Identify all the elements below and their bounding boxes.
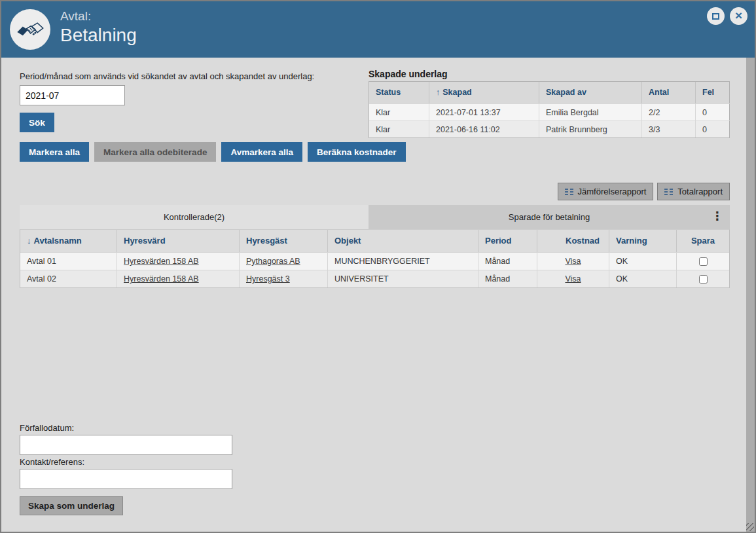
kontakt-referens-label: Kontakt/referens: xyxy=(20,457,84,467)
hyresgast-link[interactable]: Pythagoras AB xyxy=(246,257,300,266)
skapade-underlag-table: Status ↑Skapad Skapad av Antal Fel Klar … xyxy=(369,81,730,138)
jamforelserapport-button[interactable]: Jämförelserapport xyxy=(558,183,654,200)
table-row[interactable]: Avtal 01 Hyresvärden 158 AB Pythagoras A… xyxy=(20,252,729,270)
close-button[interactable]: × xyxy=(730,7,747,25)
column-header-antal[interactable]: Antal xyxy=(642,82,696,103)
skapad-value: 2021-07-01 13:37 xyxy=(429,103,539,120)
hyresvard-link[interactable]: Hyresvärden 158 AB xyxy=(124,274,199,284)
sort-desc-icon: ↓ xyxy=(27,236,31,246)
period-input[interactable] xyxy=(20,85,125,105)
column-header-spara[interactable]: Spara xyxy=(677,230,729,252)
skapa-som-underlag-button[interactable]: Skapa som underlag xyxy=(20,496,123,515)
tab-kontrollerade[interactable]: Kontrollerade(2) xyxy=(20,205,369,229)
period-label: Period/månad som används vid sökandet av… xyxy=(20,71,314,81)
status-value: Klar xyxy=(369,120,429,138)
varning-status: OK xyxy=(609,252,677,270)
sok-button[interactable]: Sök xyxy=(20,113,54,132)
skapad-av-value: Emilia Bergdal xyxy=(539,103,642,120)
resize-grip-icon[interactable] xyxy=(746,523,754,531)
column-header-hyresgast[interactable]: Hyresgäst xyxy=(240,230,328,252)
column-header-status[interactable]: Status xyxy=(369,82,429,103)
markera-alla-odebiterade-button[interactable]: Markera alla odebiterade xyxy=(94,142,216,162)
hyresgast-link[interactable]: Hyresgäst 3 xyxy=(246,274,290,284)
tab-sparade-for-betalning[interactable]: Sparade för betalning ⋮ xyxy=(369,205,730,229)
column-header-avtalsnamn-label: Avtalsnamn xyxy=(34,236,82,246)
title-large: Betalning xyxy=(60,25,137,46)
status-value: Klar xyxy=(369,103,429,120)
avtalsnamn-value: Avtal 02 xyxy=(20,270,117,287)
skapade-underlag-header-row: Status ↑Skapad Skapad av Antal Fel xyxy=(369,82,729,103)
report-grid-icon xyxy=(565,189,573,195)
column-header-objekt[interactable]: Objekt xyxy=(328,230,478,252)
page-title: Avtal: Betalning xyxy=(60,9,137,46)
avmarkera-alla-button[interactable]: Avmarkera alla xyxy=(221,142,302,162)
markera-alla-button[interactable]: Markera alla xyxy=(20,142,89,162)
antal-value: 2/2 xyxy=(642,103,696,120)
column-header-varning[interactable]: Varning xyxy=(609,230,677,252)
close-icon: × xyxy=(735,9,742,22)
skapad-av-value: Patrik Brunnberg xyxy=(539,120,642,138)
visa-kostnad-link[interactable]: Visa xyxy=(565,274,581,284)
app-header: Avtal: Betalning × xyxy=(1,1,755,58)
forfallodatum-input[interactable] xyxy=(20,435,232,455)
skapade-underlag-heading: Skapade underlag xyxy=(369,69,448,79)
spara-checkbox[interactable] xyxy=(699,275,708,284)
report-button-row: Jämförelserapport Totalrapport xyxy=(558,183,730,200)
handshake-icon xyxy=(10,9,50,50)
kontakt-referens-input[interactable] xyxy=(20,469,232,489)
maximize-button[interactable] xyxy=(707,7,725,25)
column-header-skapad-label: Skapad xyxy=(442,88,471,97)
window-right-strip xyxy=(746,58,755,532)
jamforelserapport-label: Jämförelserapport xyxy=(578,187,647,196)
spara-checkbox[interactable] xyxy=(699,257,708,266)
title-small: Avtal: xyxy=(60,9,137,24)
column-header-skapad-av[interactable]: Skapad av xyxy=(539,82,642,103)
totalrapport-button[interactable]: Totalrapport xyxy=(657,183,730,200)
tab-bar: Kontrollerade(2) Sparade för betalning ⋮ xyxy=(20,205,730,229)
avtalsnamn-value: Avtal 01 xyxy=(20,252,117,270)
window-controls: × xyxy=(707,7,747,25)
visa-kostnad-link[interactable]: Visa xyxy=(565,257,581,266)
column-header-hyresvard[interactable]: Hyresvärd xyxy=(117,230,240,252)
table-row[interactable]: Avtal 02 Hyresvärden 158 AB Hyresgäst 3 … xyxy=(20,270,729,287)
objekt-value: UNIVERSITET xyxy=(328,270,478,287)
hyresvard-link[interactable]: Hyresvärden 158 AB xyxy=(124,257,199,266)
column-header-fel[interactable]: Fel xyxy=(696,82,730,103)
sort-asc-icon: ↑ xyxy=(436,88,440,97)
totalrapport-label: Totalrapport xyxy=(677,187,723,196)
contracts-table: ↓Avtalsnamn Hyresvärd Hyresgäst Objekt P… xyxy=(20,229,730,288)
column-header-kostnad[interactable]: Kostnad xyxy=(537,230,609,252)
maximize-icon xyxy=(712,13,719,20)
period-value: Månad xyxy=(478,252,537,270)
kebab-menu-icon[interactable]: ⋮ xyxy=(711,208,723,225)
column-header-skapad[interactable]: ↑Skapad xyxy=(429,82,539,103)
column-header-avtalsnamn[interactable]: ↓Avtalsnamn xyxy=(20,230,117,252)
column-header-period[interactable]: Period xyxy=(478,230,537,252)
table-row[interactable]: Klar 2021-07-01 13:37 Emilia Bergdal 2/2… xyxy=(369,103,729,120)
period-value: Månad xyxy=(478,270,537,287)
berakna-kostnader-button[interactable]: Beräkna kostnader xyxy=(308,142,406,162)
forfallodatum-label: Förfallodatum: xyxy=(20,423,74,433)
fel-value: 0 xyxy=(696,120,730,138)
varning-status: OK xyxy=(609,270,677,287)
antal-value: 3/3 xyxy=(642,120,696,138)
fel-value: 0 xyxy=(696,103,730,120)
app-window: Avtal: Betalning × Period/månad som anvä… xyxy=(0,0,756,533)
action-button-row: Markera alla Markera alla odebiterade Av… xyxy=(20,142,406,162)
table-row[interactable]: Klar 2021-06-16 11:02 Patrik Brunnberg 3… xyxy=(369,120,729,138)
objekt-value: MUNCHENBRYGGERIET xyxy=(328,252,478,270)
tab-sparade-label: Sparade för betalning xyxy=(509,212,590,222)
report-grid-icon xyxy=(664,189,673,195)
skapad-value: 2021-06-16 11:02 xyxy=(429,120,539,138)
contracts-header-row: ↓Avtalsnamn Hyresvärd Hyresgäst Objekt P… xyxy=(20,230,729,252)
